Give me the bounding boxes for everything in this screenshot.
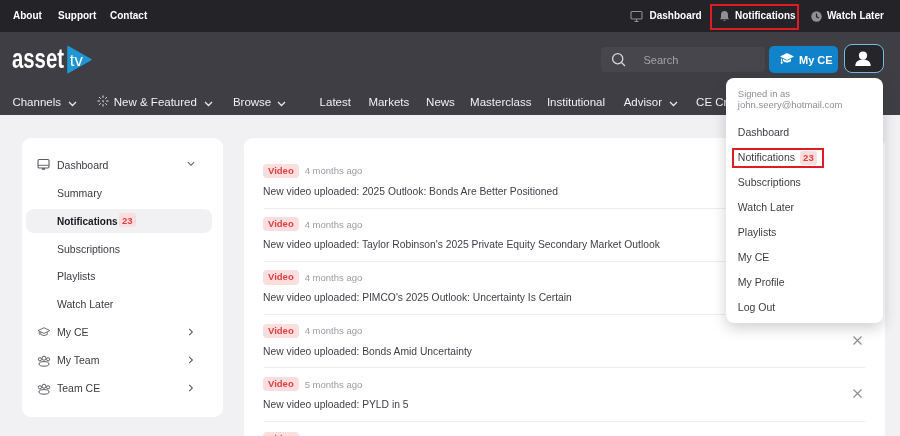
svg-text:tv: tv <box>70 52 83 69</box>
svg-text:asset: asset <box>12 43 64 74</box>
